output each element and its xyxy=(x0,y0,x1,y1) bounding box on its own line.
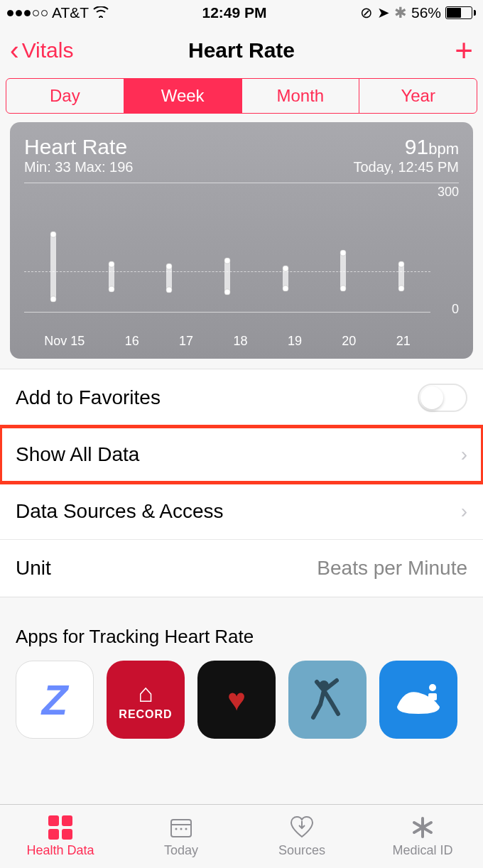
apps-row: Z ⌂RECORD ♥ xyxy=(0,661,483,749)
location-icon: ➤ xyxy=(377,4,390,21)
options-list: Add to Favorites Show All Data › Data So… xyxy=(0,369,483,597)
show-all-label: Show All Data xyxy=(16,443,139,466)
segment-year[interactable]: Year xyxy=(359,79,477,113)
svg-point-5 xyxy=(175,828,178,830)
tab-label: Sources xyxy=(278,843,325,858)
show-all-data-row[interactable]: Show All Data › xyxy=(0,426,483,483)
status-bar: AT&T 12:49 PM ⊘ ➤ ✱ 56% xyxy=(0,0,483,26)
app-icon-heart[interactable]: ♥ xyxy=(197,661,276,739)
x-axis-label: 20 xyxy=(342,334,356,349)
tab-sources[interactable]: Sources xyxy=(242,805,362,868)
apps-section-title: Apps for Tracking Heart Rate xyxy=(0,597,483,661)
chart-title: Heart Rate xyxy=(24,135,133,159)
chevron-right-icon: › xyxy=(461,443,467,466)
tab-today[interactable]: Today xyxy=(121,805,242,868)
wifi-icon xyxy=(93,5,109,21)
chart-bar xyxy=(224,193,230,312)
status-right: ⊘ ➤ ✱ 56% xyxy=(360,4,476,21)
battery-pct: 56% xyxy=(411,4,441,21)
add-button[interactable]: + xyxy=(455,35,473,66)
chart-minmax: Min: 33 Max: 196 xyxy=(24,159,133,175)
x-axis-label: 19 xyxy=(288,334,302,349)
tab-bar: Health Data Today Sources Medical ID xyxy=(0,804,483,868)
chevron-right-icon: › xyxy=(461,500,467,523)
health-data-icon xyxy=(48,815,73,840)
back-label: Vitals xyxy=(22,38,74,63)
signal-strength-icon xyxy=(7,10,48,16)
segment-day[interactable]: Day xyxy=(6,79,124,113)
x-axis-labels: Nov 15161718192021 xyxy=(24,334,459,349)
tab-medical-id[interactable]: Medical ID xyxy=(362,805,483,868)
tab-label: Today xyxy=(164,843,198,858)
clock: 12:49 PM xyxy=(202,4,267,21)
orientation-lock-icon: ⊘ xyxy=(360,4,373,21)
chart-bar xyxy=(283,193,288,312)
status-left: AT&T xyxy=(7,4,109,21)
time-range-segmented-control: Day Week Month Year xyxy=(6,78,477,114)
tab-label: Medical ID xyxy=(392,843,452,858)
segment-week[interactable]: Week xyxy=(124,79,242,113)
chart-current-value: 91bpm xyxy=(353,135,459,159)
chart-bar xyxy=(340,193,346,312)
unit-row[interactable]: Unit Beats per Minute xyxy=(0,540,483,597)
tab-label: Health Data xyxy=(26,843,94,858)
chart-bar xyxy=(398,193,404,312)
page-title: Heart Rate xyxy=(188,38,295,63)
back-button[interactable]: ‹ Vitals xyxy=(10,37,73,64)
app-icon-record[interactable]: ⌂RECORD xyxy=(107,661,185,739)
asterisk-icon xyxy=(410,815,435,840)
chart-bar xyxy=(166,193,172,312)
app-icon-z[interactable]: Z xyxy=(16,661,94,739)
data-sources-row[interactable]: Data Sources & Access › xyxy=(0,483,483,540)
chart-bar xyxy=(109,193,114,312)
chart-grid xyxy=(24,193,430,313)
tab-health-data[interactable]: Health Data xyxy=(0,805,121,868)
app-icon-fitness[interactable] xyxy=(288,661,367,739)
sources-label: Data Sources & Access xyxy=(16,500,224,523)
x-axis-label: 21 xyxy=(396,334,411,349)
bluetooth-icon: ✱ xyxy=(394,4,407,21)
app-icon-shoe[interactable] xyxy=(379,661,457,739)
add-to-favorites-row[interactable]: Add to Favorites xyxy=(0,369,483,426)
battery-icon xyxy=(445,6,476,19)
svg-point-1 xyxy=(429,684,436,691)
favorites-label: Add to Favorites xyxy=(16,386,161,409)
svg-point-7 xyxy=(185,828,188,830)
chevron-left-icon: ‹ xyxy=(10,37,19,64)
unit-value: Beats per Minute xyxy=(317,557,467,580)
favorites-toggle[interactable] xyxy=(418,384,467,412)
heart-rate-chart-card: Heart Rate Min: 33 Max: 196 91bpm Today,… xyxy=(10,122,473,359)
svg-point-6 xyxy=(180,828,183,830)
x-axis-label: Nov 15 xyxy=(44,334,85,349)
x-axis-label: 18 xyxy=(233,334,247,349)
y-axis-max: 300 xyxy=(438,185,459,200)
unit-label: Unit xyxy=(16,557,51,580)
y-axis-min: 0 xyxy=(452,302,459,317)
segment-month[interactable]: Month xyxy=(242,79,360,113)
heart-download-icon xyxy=(289,815,315,840)
svg-rect-2 xyxy=(428,693,437,700)
chart-bar xyxy=(50,193,56,312)
x-axis-label: 16 xyxy=(125,334,139,349)
nav-bar: ‹ Vitals Heart Rate + xyxy=(0,26,483,75)
x-axis-label: 17 xyxy=(179,334,193,349)
apps-section: Apps for Tracking Heart Rate Z ⌂RECORD ♥ xyxy=(0,597,483,749)
calendar-icon xyxy=(168,815,194,840)
chart-plot-area: 300 0 xyxy=(24,188,459,330)
carrier-label: AT&T xyxy=(52,4,89,21)
chart-timestamp: Today, 12:45 PM xyxy=(353,159,459,175)
